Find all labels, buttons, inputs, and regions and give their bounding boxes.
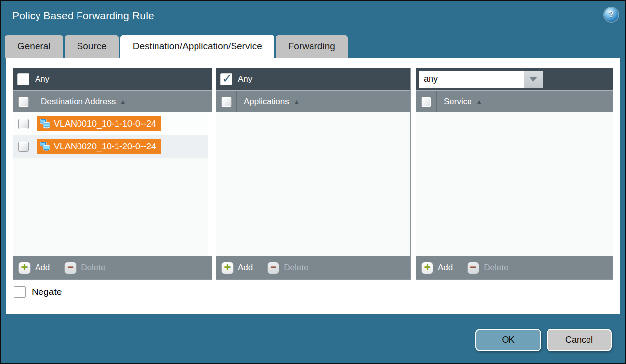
- destination-any-checkbox[interactable]: [17, 73, 29, 85]
- delete-button-label: Delete: [484, 263, 508, 273]
- delete-button-label: Delete: [284, 263, 308, 273]
- tab-general[interactable]: General: [5, 35, 63, 58]
- applications-header-label: Applications: [244, 97, 289, 107]
- destination-row: VLAN0020_10-1-20-0--24: [13, 135, 212, 158]
- cancel-button[interactable]: Cancel: [547, 329, 612, 351]
- row-checkbox[interactable]: [18, 119, 29, 129]
- destination-column-header: Destination Address ▲: [13, 91, 212, 112]
- applications-select-all-checkbox[interactable]: [221, 97, 232, 107]
- row-checkbox[interactable]: [18, 142, 29, 152]
- delete-button-label: Delete: [81, 263, 105, 273]
- scrollbar-track[interactable]: [208, 112, 212, 256]
- address-object-chip[interactable]: VLAN0020_10-1-20-0--24: [37, 139, 161, 154]
- sort-asc-arrow: ▲: [120, 99, 126, 105]
- service-sort-header[interactable]: Service ▲: [444, 97, 482, 107]
- tab-destination-application-service[interactable]: Destination/Application/Service: [120, 35, 274, 58]
- tab-source[interactable]: Source: [65, 35, 119, 58]
- dialog-title: Policy Based Forwarding Rule: [12, 10, 154, 22]
- service-panel: Service ▲ + Add − Delete: [416, 68, 613, 280]
- service-column-header: Service ▲: [416, 91, 613, 112]
- add-button[interactable]: +: [221, 262, 234, 274]
- delete-button[interactable]: −: [467, 262, 479, 274]
- applications-sort-header[interactable]: Applications ▲: [244, 97, 300, 107]
- tab-content-panel: Any Destination Address ▲: [6, 58, 620, 314]
- service-header-label: Service: [444, 97, 472, 107]
- destination-list: VLAN0010_10-1-10-0--24: [13, 112, 212, 256]
- service-dropdown-button[interactable]: [524, 71, 543, 88]
- tab-bar: General Source Destination/Application/S…: [5, 35, 348, 58]
- service-any-bar: [416, 68, 613, 91]
- ok-button[interactable]: OK: [475, 329, 541, 351]
- network-icon: [39, 118, 51, 130]
- add-button[interactable]: +: [18, 262, 31, 274]
- network-icon: [39, 141, 51, 152]
- help-icon[interactable]: ?: [604, 8, 618, 22]
- destination-address-panel: Any Destination Address ▲: [13, 68, 212, 280]
- applications-panel: Any Applications ▲ + Add − Delete: [216, 68, 411, 280]
- service-list: [416, 112, 613, 256]
- destination-any-label: Any: [35, 74, 49, 84]
- address-object-label: VLAN0010_10-1-10-0--24: [54, 119, 156, 129]
- destination-sort-header[interactable]: Destination Address ▲: [41, 97, 126, 107]
- add-button-label[interactable]: Add: [35, 263, 50, 273]
- applications-footer: + Add − Delete: [216, 256, 410, 279]
- destination-select-all-checkbox[interactable]: [18, 97, 29, 107]
- destination-footer: + Add − Delete: [13, 256, 212, 279]
- policy-based-forwarding-dialog: Policy Based Forwarding Rule ? General S…: [0, 0, 626, 364]
- address-object-label: VLAN0020_10-1-20-0--24: [54, 142, 156, 152]
- negate-checkbox[interactable]: [14, 286, 26, 298]
- add-button-label[interactable]: Add: [438, 263, 453, 273]
- service-select-all-checkbox[interactable]: [421, 97, 431, 107]
- applications-any-bar: Any: [216, 68, 410, 91]
- applications-column-header: Applications ▲: [216, 91, 410, 112]
- tab-forwarding[interactable]: Forwarding: [276, 35, 348, 58]
- applications-any-label: Any: [238, 74, 252, 84]
- add-button[interactable]: +: [421, 262, 433, 274]
- service-dropdown-input[interactable]: [419, 71, 524, 88]
- negate-option: Negate: [14, 286, 62, 298]
- service-footer: + Add − Delete: [416, 256, 613, 279]
- applications-list: [216, 112, 410, 256]
- question-mark-glyph: ?: [609, 10, 614, 19]
- sort-asc-arrow: ▲: [294, 99, 300, 105]
- applications-any-checkbox[interactable]: [220, 73, 232, 85]
- chevron-down-icon: [529, 77, 537, 82]
- address-object-chip[interactable]: VLAN0010_10-1-10-0--24: [37, 116, 161, 131]
- service-dropdown: [419, 71, 543, 88]
- destination-row: VLAN0010_10-1-10-0--24: [13, 112, 212, 135]
- destination-any-bar: Any: [13, 68, 212, 91]
- negate-label: Negate: [32, 287, 62, 297]
- delete-button[interactable]: −: [267, 262, 279, 274]
- add-button-label[interactable]: Add: [238, 263, 253, 273]
- delete-button[interactable]: −: [64, 262, 77, 274]
- sort-asc-arrow: ▲: [476, 99, 482, 105]
- destination-header-label: Destination Address: [41, 97, 116, 107]
